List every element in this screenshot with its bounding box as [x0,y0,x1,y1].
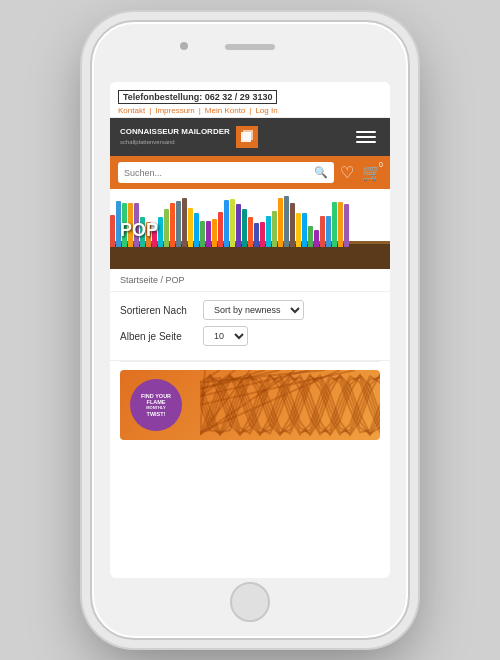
breadcrumb: Startseite / POP [110,269,390,292]
record-spine [170,203,175,247]
record-spine [176,201,181,247]
record-spine [206,221,211,247]
record-spine [260,222,265,247]
record-spine [278,198,283,247]
record-spine [188,208,193,247]
perpage-row: Alben je Seite 10 20 50 [120,326,380,346]
record-spine [236,204,241,247]
record-spine [212,219,217,247]
wishlist-icon[interactable]: ♡ [340,163,354,182]
record-spine [302,213,307,247]
nav-sep3: | [249,106,251,115]
nav-mein-konto[interactable]: Mein Konto [205,106,245,115]
category-banner: POP [110,189,390,269]
logo-text: CONNAISSEUR MAILORDER Schallplattenversa… [120,127,230,146]
record-spine [308,226,313,247]
shelf-back [110,244,390,269]
hamburger-line3 [356,141,376,143]
filter-section: Sortieren Nach Sort by newness Sort by p… [110,292,390,361]
nav-login[interactable]: Log In [255,106,277,115]
hamburger-menu[interactable] [352,127,380,147]
search-button[interactable]: 🔍 [314,166,328,179]
promo-swirls [200,370,380,440]
cart-icon[interactable]: 🛒 0 [362,163,382,182]
nav-sep1: | [149,106,151,115]
record-spine [338,202,343,247]
record-spine [224,200,229,247]
site-header: CONNAISSEUR MAILORDER Schallplattenversa… [110,118,390,156]
nav-sep2: | [199,106,201,115]
record-spine [164,209,169,247]
sort-label: Sortieren Nach [120,305,195,316]
header-icons: ♡ 🛒 0 [340,163,382,182]
category-title: POP [120,220,158,241]
search-input-wrap: 🔍 [118,162,334,183]
record-spine [314,230,319,247]
promo-text-4: TWIST! [147,411,166,418]
phone-number: Telefonbestellung: 062 32 / 29 3130 [118,90,277,104]
hamburger-line2 [356,136,376,138]
record-spine [158,217,163,247]
promo-badge: FIND YOUR FLAME MONTHLY TWIST! [130,379,182,431]
divider [120,361,380,362]
hamburger-line1 [356,131,376,133]
promo-banner: FIND YOUR FLAME MONTHLY TWIST! [120,370,380,440]
nav-impressum[interactable]: Impressum [155,106,195,115]
record-spine [290,203,295,247]
record-spine [266,216,271,247]
top-info-bar: Telefonbestellung: 062 32 / 29 3130 Kont… [110,82,390,118]
phone-screen: Telefonbestellung: 062 32 / 29 3130 Kont… [110,82,390,578]
record-spine [230,199,235,247]
record-spine [272,211,277,247]
phone-shell: Telefonbestellung: 062 32 / 29 3130 Kont… [90,20,410,640]
sort-select[interactable]: Sort by newness Sort by price Sort by ra… [203,300,304,320]
record-spine [254,223,259,247]
record-spine [320,216,325,247]
record-spine [248,217,253,247]
promo-text-1: FIND YOUR [141,393,171,400]
search-bar: 🔍 ♡ 🛒 0 [110,156,390,189]
phone-device: Telefonbestellung: 062 32 / 29 3130 Kont… [90,20,410,640]
perpage-select[interactable]: 10 20 50 [203,326,248,346]
nav-kontakt[interactable]: Kontakt [118,106,145,115]
site-logo: CONNAISSEUR MAILORDER Schallplattenversa… [120,126,258,148]
nav-links: Kontakt | Impressum | Mein Konto | Log I… [118,106,382,115]
record-spine [182,198,187,247]
phone-home-button[interactable] [230,582,270,622]
record-spine [110,215,115,247]
search-input[interactable] [124,168,314,178]
screen-content: Telefonbestellung: 062 32 / 29 3130 Kont… [110,82,390,578]
svg-rect-1 [243,130,253,140]
phone-speaker [225,44,275,50]
perpage-label: Alben je Seite [120,331,195,342]
logo-icon [236,126,258,148]
record-spine [326,216,331,247]
record-spine [200,221,205,247]
record-spine [218,212,223,247]
cart-badge: 0 [376,159,386,169]
record-spine [344,204,349,247]
phone-camera [180,42,188,50]
record-spine [332,202,337,247]
sort-row: Sortieren Nach Sort by newness Sort by p… [120,300,380,320]
record-spine [284,196,289,247]
record-spine [194,213,199,247]
record-spine [296,213,301,247]
record-spine [242,209,247,247]
